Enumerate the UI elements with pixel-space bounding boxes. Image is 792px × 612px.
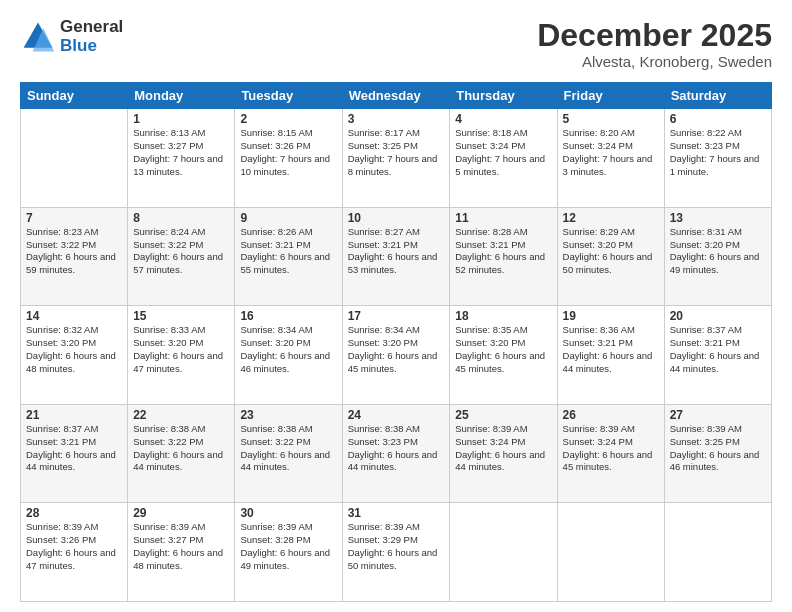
table-row: 2Sunrise: 8:15 AM Sunset: 3:26 PM Daylig… <box>235 109 342 208</box>
day-number: 14 <box>26 309 122 323</box>
table-row: 22Sunrise: 8:38 AM Sunset: 3:22 PM Dayli… <box>128 404 235 503</box>
table-row <box>557 503 664 602</box>
day-info: Sunrise: 8:39 AM Sunset: 3:24 PM Dayligh… <box>455 423 551 474</box>
day-info: Sunrise: 8:39 AM Sunset: 3:24 PM Dayligh… <box>563 423 659 474</box>
col-friday: Friday <box>557 83 664 109</box>
day-number: 4 <box>455 112 551 126</box>
day-number: 20 <box>670 309 766 323</box>
day-info: Sunrise: 8:33 AM Sunset: 3:20 PM Dayligh… <box>133 324 229 375</box>
day-info: Sunrise: 8:22 AM Sunset: 3:23 PM Dayligh… <box>670 127 766 178</box>
day-info: Sunrise: 8:20 AM Sunset: 3:24 PM Dayligh… <box>563 127 659 178</box>
col-sunday: Sunday <box>21 83 128 109</box>
calendar-week-3: 21Sunrise: 8:37 AM Sunset: 3:21 PM Dayli… <box>21 404 772 503</box>
day-number: 23 <box>240 408 336 422</box>
calendar-header-row: Sunday Monday Tuesday Wednesday Thursday… <box>21 83 772 109</box>
day-number: 28 <box>26 506 122 520</box>
table-row: 30Sunrise: 8:39 AM Sunset: 3:28 PM Dayli… <box>235 503 342 602</box>
table-row: 3Sunrise: 8:17 AM Sunset: 3:25 PM Daylig… <box>342 109 450 208</box>
table-row: 14Sunrise: 8:32 AM Sunset: 3:20 PM Dayli… <box>21 306 128 405</box>
day-number: 26 <box>563 408 659 422</box>
day-number: 31 <box>348 506 445 520</box>
table-row: 8Sunrise: 8:24 AM Sunset: 3:22 PM Daylig… <box>128 207 235 306</box>
day-info: Sunrise: 8:13 AM Sunset: 3:27 PM Dayligh… <box>133 127 229 178</box>
day-number: 8 <box>133 211 229 225</box>
col-wednesday: Wednesday <box>342 83 450 109</box>
table-row: 31Sunrise: 8:39 AM Sunset: 3:29 PM Dayli… <box>342 503 450 602</box>
day-info: Sunrise: 8:27 AM Sunset: 3:21 PM Dayligh… <box>348 226 445 277</box>
col-monday: Monday <box>128 83 235 109</box>
table-row: 5Sunrise: 8:20 AM Sunset: 3:24 PM Daylig… <box>557 109 664 208</box>
table-row: 11Sunrise: 8:28 AM Sunset: 3:21 PM Dayli… <box>450 207 557 306</box>
day-info: Sunrise: 8:38 AM Sunset: 3:22 PM Dayligh… <box>133 423 229 474</box>
table-row: 27Sunrise: 8:39 AM Sunset: 3:25 PM Dayli… <box>664 404 771 503</box>
table-row: 10Sunrise: 8:27 AM Sunset: 3:21 PM Dayli… <box>342 207 450 306</box>
calendar-week-2: 14Sunrise: 8:32 AM Sunset: 3:20 PM Dayli… <box>21 306 772 405</box>
day-number: 17 <box>348 309 445 323</box>
calendar-week-4: 28Sunrise: 8:39 AM Sunset: 3:26 PM Dayli… <box>21 503 772 602</box>
day-number: 3 <box>348 112 445 126</box>
header: General Blue December 2025 Alvesta, Kron… <box>20 18 772 70</box>
page: General Blue December 2025 Alvesta, Kron… <box>0 0 792 612</box>
day-info: Sunrise: 8:38 AM Sunset: 3:23 PM Dayligh… <box>348 423 445 474</box>
table-row: 25Sunrise: 8:39 AM Sunset: 3:24 PM Dayli… <box>450 404 557 503</box>
day-info: Sunrise: 8:34 AM Sunset: 3:20 PM Dayligh… <box>240 324 336 375</box>
day-number: 15 <box>133 309 229 323</box>
day-number: 27 <box>670 408 766 422</box>
day-info: Sunrise: 8:31 AM Sunset: 3:20 PM Dayligh… <box>670 226 766 277</box>
day-number: 25 <box>455 408 551 422</box>
table-row: 9Sunrise: 8:26 AM Sunset: 3:21 PM Daylig… <box>235 207 342 306</box>
table-row: 16Sunrise: 8:34 AM Sunset: 3:20 PM Dayli… <box>235 306 342 405</box>
day-info: Sunrise: 8:36 AM Sunset: 3:21 PM Dayligh… <box>563 324 659 375</box>
table-row: 18Sunrise: 8:35 AM Sunset: 3:20 PM Dayli… <box>450 306 557 405</box>
calendar: Sunday Monday Tuesday Wednesday Thursday… <box>20 82 772 602</box>
day-info: Sunrise: 8:15 AM Sunset: 3:26 PM Dayligh… <box>240 127 336 178</box>
day-info: Sunrise: 8:29 AM Sunset: 3:20 PM Dayligh… <box>563 226 659 277</box>
table-row: 7Sunrise: 8:23 AM Sunset: 3:22 PM Daylig… <box>21 207 128 306</box>
table-row: 20Sunrise: 8:37 AM Sunset: 3:21 PM Dayli… <box>664 306 771 405</box>
table-row: 19Sunrise: 8:36 AM Sunset: 3:21 PM Dayli… <box>557 306 664 405</box>
col-thursday: Thursday <box>450 83 557 109</box>
day-info: Sunrise: 8:35 AM Sunset: 3:20 PM Dayligh… <box>455 324 551 375</box>
title-block: December 2025 Alvesta, Kronoberg, Sweden <box>537 18 772 70</box>
day-info: Sunrise: 8:39 AM Sunset: 3:28 PM Dayligh… <box>240 521 336 572</box>
table-row: 6Sunrise: 8:22 AM Sunset: 3:23 PM Daylig… <box>664 109 771 208</box>
table-row: 1Sunrise: 8:13 AM Sunset: 3:27 PM Daylig… <box>128 109 235 208</box>
day-info: Sunrise: 8:34 AM Sunset: 3:20 PM Dayligh… <box>348 324 445 375</box>
table-row <box>664 503 771 602</box>
col-tuesday: Tuesday <box>235 83 342 109</box>
logo-icon <box>20 19 56 55</box>
day-number: 6 <box>670 112 766 126</box>
day-info: Sunrise: 8:17 AM Sunset: 3:25 PM Dayligh… <box>348 127 445 178</box>
day-number: 13 <box>670 211 766 225</box>
calendar-week-1: 7Sunrise: 8:23 AM Sunset: 3:22 PM Daylig… <box>21 207 772 306</box>
table-row: 13Sunrise: 8:31 AM Sunset: 3:20 PM Dayli… <box>664 207 771 306</box>
day-info: Sunrise: 8:38 AM Sunset: 3:22 PM Dayligh… <box>240 423 336 474</box>
calendar-week-0: 1Sunrise: 8:13 AM Sunset: 3:27 PM Daylig… <box>21 109 772 208</box>
table-row <box>21 109 128 208</box>
day-number: 7 <box>26 211 122 225</box>
day-info: Sunrise: 8:37 AM Sunset: 3:21 PM Dayligh… <box>670 324 766 375</box>
day-info: Sunrise: 8:39 AM Sunset: 3:26 PM Dayligh… <box>26 521 122 572</box>
day-info: Sunrise: 8:28 AM Sunset: 3:21 PM Dayligh… <box>455 226 551 277</box>
logo-blue: Blue <box>60 37 123 56</box>
day-info: Sunrise: 8:24 AM Sunset: 3:22 PM Dayligh… <box>133 226 229 277</box>
day-number: 12 <box>563 211 659 225</box>
subtitle: Alvesta, Kronoberg, Sweden <box>537 53 772 70</box>
day-number: 1 <box>133 112 229 126</box>
table-row: 12Sunrise: 8:29 AM Sunset: 3:20 PM Dayli… <box>557 207 664 306</box>
day-number: 5 <box>563 112 659 126</box>
day-info: Sunrise: 8:37 AM Sunset: 3:21 PM Dayligh… <box>26 423 122 474</box>
day-number: 10 <box>348 211 445 225</box>
day-number: 18 <box>455 309 551 323</box>
table-row: 26Sunrise: 8:39 AM Sunset: 3:24 PM Dayli… <box>557 404 664 503</box>
table-row: 29Sunrise: 8:39 AM Sunset: 3:27 PM Dayli… <box>128 503 235 602</box>
table-row: 23Sunrise: 8:38 AM Sunset: 3:22 PM Dayli… <box>235 404 342 503</box>
day-number: 11 <box>455 211 551 225</box>
day-number: 30 <box>240 506 336 520</box>
col-saturday: Saturday <box>664 83 771 109</box>
table-row: 17Sunrise: 8:34 AM Sunset: 3:20 PM Dayli… <box>342 306 450 405</box>
day-number: 21 <box>26 408 122 422</box>
day-info: Sunrise: 8:18 AM Sunset: 3:24 PM Dayligh… <box>455 127 551 178</box>
main-title: December 2025 <box>537 18 772 53</box>
day-number: 24 <box>348 408 445 422</box>
